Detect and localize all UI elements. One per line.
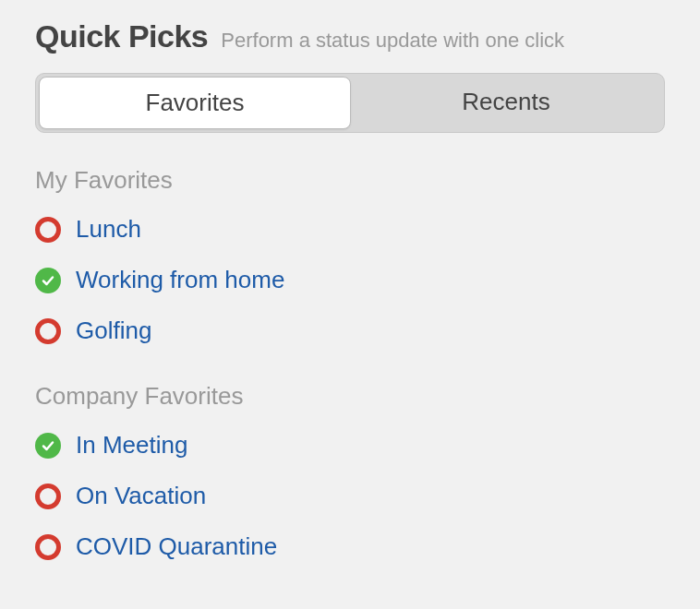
status-check-icon: [35, 433, 61, 459]
status-ring-icon: [35, 534, 61, 560]
status-label: In Meeting: [76, 431, 187, 460]
status-item-lunch[interactable]: Lunch: [35, 215, 665, 244]
status-check-icon: [35, 268, 61, 293]
section-title: Company Favorites: [35, 382, 665, 411]
status-item-working-from-home[interactable]: Working from home: [35, 266, 665, 294]
status-label: Working from home: [76, 266, 284, 294]
section-title: My Favorites: [35, 166, 665, 195]
tab-favorites[interactable]: Favorites: [39, 77, 351, 129]
tab-label: Favorites: [146, 89, 245, 116]
header: Quick Picks Perform a status update with…: [35, 18, 665, 54]
status-label: Lunch: [76, 215, 141, 244]
status-label: On Vacation: [76, 482, 206, 510]
page-subtitle: Perform a status update with one click: [221, 29, 564, 53]
status-ring-icon: [35, 318, 61, 344]
status-ring-icon: [35, 484, 61, 509]
tab-label: Recents: [462, 88, 549, 115]
status-item-covid-quarantine[interactable]: COVID Quarantine: [35, 532, 665, 561]
status-item-in-meeting[interactable]: In Meeting: [35, 431, 665, 460]
status-label: Golfing: [76, 316, 151, 345]
status-item-golfing[interactable]: Golfing: [35, 316, 665, 345]
status-label: COVID Quarantine: [76, 532, 277, 561]
section-company-favorites: Company Favorites In Meeting On Vacation…: [35, 382, 665, 561]
tab-recents[interactable]: Recents: [351, 77, 661, 129]
tabs-container: Favorites Recents: [35, 73, 665, 133]
section-my-favorites: My Favorites Lunch Working from home Gol…: [35, 166, 665, 345]
status-item-on-vacation[interactable]: On Vacation: [35, 482, 665, 510]
status-ring-icon: [35, 217, 61, 243]
page-title: Quick Picks: [35, 18, 208, 54]
